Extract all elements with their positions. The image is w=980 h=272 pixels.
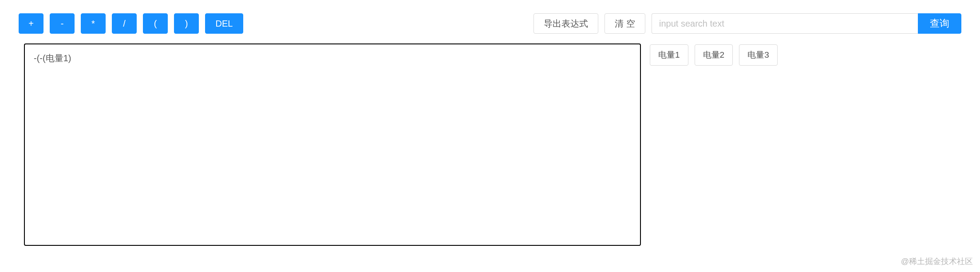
- tag-item[interactable]: 电量3: [739, 44, 778, 66]
- main-row: -(-(电量1) 电量1 电量2 电量3: [19, 43, 961, 246]
- search-group: 查询: [652, 13, 961, 34]
- divide-button[interactable]: /: [112, 13, 137, 34]
- delete-button[interactable]: DEL: [205, 13, 243, 34]
- left-paren-button[interactable]: (: [143, 13, 168, 34]
- tag-item[interactable]: 电量2: [695, 44, 733, 66]
- right-paren-button[interactable]: ): [174, 13, 199, 34]
- expression-text: -(-(电量1): [34, 53, 71, 63]
- expression-area[interactable]: -(-(电量1): [24, 43, 641, 246]
- right-controls: 导出表达式 清 空 查询: [533, 13, 961, 34]
- multiply-button[interactable]: *: [81, 13, 106, 34]
- tag-list: 电量1 电量2 电量3: [650, 43, 778, 66]
- toolbar-row: + - * / ( ) DEL 导出表达式 清 空 查询: [19, 13, 961, 34]
- plus-button[interactable]: +: [19, 13, 43, 34]
- operator-button-group: + - * / ( ) DEL: [19, 13, 243, 34]
- clear-button[interactable]: 清 空: [605, 13, 645, 34]
- export-expression-button[interactable]: 导出表达式: [533, 13, 598, 34]
- watermark: @稀土掘金技术社区: [901, 256, 973, 267]
- search-button[interactable]: 查询: [918, 13, 961, 34]
- search-input[interactable]: [652, 13, 918, 34]
- minus-button[interactable]: -: [50, 13, 75, 34]
- tag-item[interactable]: 电量1: [650, 44, 688, 66]
